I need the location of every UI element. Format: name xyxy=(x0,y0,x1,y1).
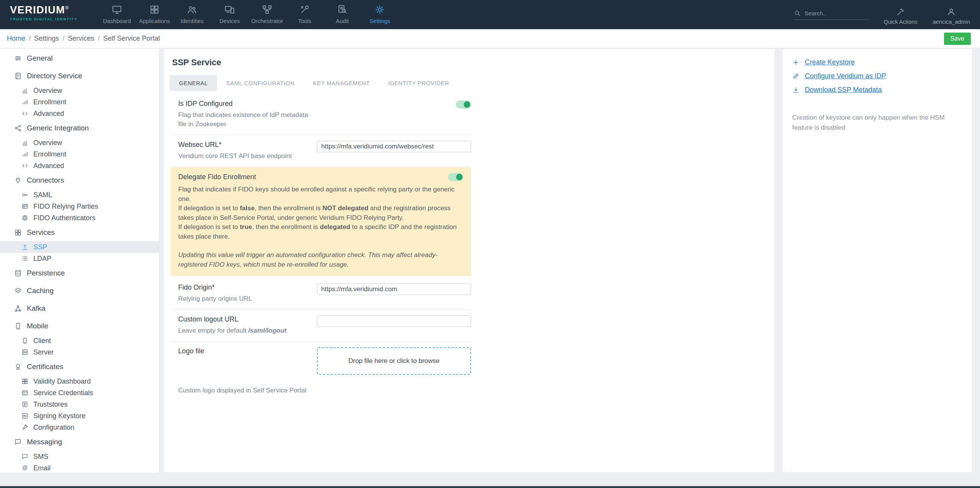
upload-icon xyxy=(21,244,28,251)
sidebar-item-email[interactable]: @Email xyxy=(0,462,159,473)
save-button[interactable]: Save xyxy=(944,33,971,45)
sidebar-item-certificates[interactable]: Certificates xyxy=(0,358,159,376)
notebook-icon xyxy=(21,401,28,408)
breadcrumb-item-settings[interactable]: Settings xyxy=(34,35,59,43)
sidebar-item-saml[interactable]: SAML xyxy=(0,189,159,201)
sidebar-item-messaging[interactable]: Messaging xyxy=(0,433,159,451)
tab-identity-provider[interactable]: IDENTITY PROVIDER xyxy=(379,75,458,91)
chat-icon xyxy=(21,453,28,460)
sidebar-item-client[interactable]: Client xyxy=(0,335,159,346)
websec-url-input[interactable] xyxy=(317,141,471,152)
nav-item-audit[interactable]: Audit xyxy=(323,0,361,29)
sidebar-item-label: Service Credentials xyxy=(33,389,93,397)
sidebar-item-kafka[interactable]: Kafka xyxy=(0,300,159,317)
sidebar-item-label: Connectors xyxy=(27,176,64,185)
nav-item-tools[interactable]: Tools xyxy=(286,0,323,29)
nav-item-label: Dashboard xyxy=(103,18,131,24)
sidebar-item-caching[interactable]: Caching xyxy=(0,282,159,300)
sidebar-item-ldap[interactable]: LDAP xyxy=(0,253,159,264)
sidebar-item-services[interactable]: Services xyxy=(0,224,159,241)
brand-tagline: TRUSTED DIGITAL IDENTITY xyxy=(10,17,77,21)
tab-general[interactable]: GENERAL xyxy=(170,75,217,91)
card-icon xyxy=(21,389,28,396)
breadcrumb-item-self-service-portal: Self Service Portal xyxy=(103,35,160,43)
sidebar-item-mobile[interactable]: Mobile xyxy=(0,317,159,335)
sidebar-item-service-credentials[interactable]: Service Credentials xyxy=(0,387,159,399)
create-keystore-link[interactable]: Create Keystore xyxy=(792,55,962,69)
sidebar-item-general[interactable]: General xyxy=(0,49,159,67)
sidebar-item-directory-service[interactable]: Directory Service xyxy=(0,67,159,85)
sidebar-item-enrollment[interactable]: Enrollment xyxy=(0,148,159,160)
sidebar-item-label: Signing Keystore xyxy=(33,412,85,420)
sidebar-item-signing-keystore[interactable]: Signing Keystore xyxy=(0,410,159,422)
sidebar-item-fido-authenticators[interactable]: FIDO Authenticators xyxy=(0,212,159,224)
user-icon xyxy=(947,7,956,16)
nav-item-label: Orchestrator xyxy=(251,18,283,24)
sidebar-item-label: Enrollment xyxy=(33,150,66,158)
tab-key-management[interactable]: KEY MANAGEMENT xyxy=(304,75,379,91)
page-title: SSP Service xyxy=(172,58,768,68)
quick-actions-button[interactable]: Quick Actions xyxy=(884,4,918,25)
sidebar-item-generic-integration[interactable]: Generic Integration xyxy=(0,119,159,137)
breadcrumb-item-services[interactable]: Services xyxy=(68,35,94,43)
sidebar-item-label: Client xyxy=(33,337,51,345)
veridium-logo[interactable]: VERIDIUM® TRUSTED DIGITAL IDENTITY xyxy=(0,0,87,29)
sidebar-item-ssp[interactable]: SSP xyxy=(0,241,159,253)
sidebar-item-persistence[interactable]: Persistence xyxy=(0,264,159,282)
nav-item-dashboard[interactable]: Dashboard xyxy=(98,0,136,29)
code-icon xyxy=(21,110,28,117)
sidebar-item-label: Kafka xyxy=(27,304,46,313)
sidebar-item-enrollment[interactable]: Enrollment xyxy=(0,96,159,108)
sidebar-item-label: Overview xyxy=(33,139,62,147)
nav-item-label: Audit xyxy=(336,18,349,24)
is-idp-configured-toggle[interactable] xyxy=(456,101,471,109)
fido-origin-input[interactable] xyxy=(317,284,471,295)
search-icon xyxy=(794,10,801,17)
custom-logout-url-input[interactable] xyxy=(317,315,471,327)
sidebar-item-label: FIDO Relying Parties xyxy=(33,203,98,211)
wrench-icon xyxy=(21,424,28,431)
sidebar-item-truststores[interactable]: Truststores xyxy=(0,399,159,410)
plug-icon xyxy=(14,176,22,184)
sidebar-item-label: Validity Dashboard xyxy=(33,378,91,386)
sidebar-item-connectors[interactable]: Connectors xyxy=(0,171,159,189)
sidebar-item-sms[interactable]: SMS xyxy=(0,451,159,462)
breadcrumb-bar: Home/Settings/Services/Self Service Port… xyxy=(0,29,980,48)
keystore-actions-panel: Create KeystoreConfigure Veridium as IDP… xyxy=(782,49,972,473)
nav-item-identities[interactable]: Identities xyxy=(173,0,211,29)
tab-saml-configuration[interactable]: SAML CONFIGURATION xyxy=(217,75,304,91)
nav-item-settings[interactable]: Settings xyxy=(361,0,399,29)
sidebar-item-advanced[interactable]: Advanced xyxy=(0,108,159,119)
configure-veridium-as-idp-link[interactable]: Configure Veridium as IDP xyxy=(792,69,962,83)
sidebar-item-advanced[interactable]: Advanced xyxy=(0,160,159,171)
sidebar-item-label: Persistence xyxy=(27,269,65,277)
search-input[interactable] xyxy=(804,10,868,17)
sidebar-item-overview[interactable]: Overview xyxy=(0,85,159,96)
sidebar-item-server[interactable]: Server xyxy=(0,346,159,358)
fido-origin-desc: Relying party origins URL xyxy=(178,294,309,303)
field-websec-url: Websec URL* Veridium core REST API base … xyxy=(171,135,471,167)
download-ssp-metadata-link[interactable]: Download SSP Metadata xyxy=(792,83,962,97)
sidebar-item-label: Advanced xyxy=(33,162,64,170)
user-menu[interactable]: aencica_admin xyxy=(932,4,970,25)
sidebar-item-validity-dashboard[interactable]: Validity Dashboard xyxy=(0,376,159,387)
sidebar-item-label: Services xyxy=(27,228,55,237)
nav-item-devices[interactable]: Devices xyxy=(211,0,248,29)
layers-icon xyxy=(14,287,22,295)
sidebar-item-overview[interactable]: Overview xyxy=(0,137,159,148)
keystore-hsm-note: Creation of keystore can only happen whe… xyxy=(792,113,957,133)
nav-item-label: Settings xyxy=(369,18,390,24)
sidebar-item-configuration[interactable]: Configuration xyxy=(0,422,159,433)
database-icon xyxy=(14,269,22,277)
delegate-fido-toggle[interactable] xyxy=(448,173,463,181)
logo-dropzone[interactable]: Drop file here or click to browse xyxy=(317,347,471,375)
sidebar-item-fido-relying-parties[interactable]: FIDO Relying Parties xyxy=(0,201,159,212)
breadcrumb-item-home[interactable]: Home xyxy=(7,35,25,43)
key-icon xyxy=(21,191,28,198)
sidebar-item-label: SSP xyxy=(33,243,47,251)
nav-item-orchestrator[interactable]: Orchestrator xyxy=(248,0,286,29)
form-fields: Is IDP Configured Flag that indicates ex… xyxy=(171,94,471,394)
nav-item-applications[interactable]: Applications xyxy=(136,0,173,29)
sidebar-item-label: Mobile xyxy=(27,322,48,330)
custom-logout-url-desc: Leave empty for default /saml/logout xyxy=(178,326,309,335)
